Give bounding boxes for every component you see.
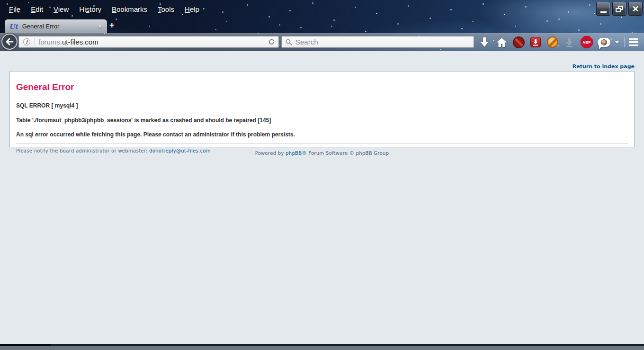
blocked-icon	[513, 36, 525, 48]
starfield-decor	[0, 0, 0, 0]
menu-file[interactable]: File	[4, 3, 26, 15]
menu-bookmarks[interactable]: Bookmarks	[107, 3, 152, 15]
chevron-down-icon	[615, 41, 619, 44]
toolbar-separator	[624, 37, 625, 47]
menu-tools[interactable]: Tools	[152, 3, 179, 15]
tab-close-icon[interactable]: ×	[97, 23, 103, 30]
close-button[interactable]: ✕	[628, 2, 643, 16]
search-input[interactable]: Search	[281, 36, 474, 48]
back-button[interactable]	[1, 34, 18, 50]
proxy-extension-button[interactable]	[544, 33, 561, 51]
menu-button[interactable]	[625, 33, 642, 51]
hamburger-icon	[629, 38, 638, 46]
restore-icon	[616, 6, 623, 12]
reload-icon[interactable]	[268, 38, 275, 45]
red-download-icon	[530, 37, 541, 47]
page-title: General Error	[16, 82, 628, 92]
browser-tab[interactable]: Ut General Error ×	[5, 19, 107, 33]
adblock-plus-button[interactable]: ABP	[578, 33, 595, 51]
tab-title: General Error	[22, 23, 98, 30]
page-content: Return to index page General Error SQL E…	[0, 51, 644, 344]
back-arrow-icon	[5, 37, 14, 46]
download-manager-button[interactable]	[561, 33, 578, 51]
error-panel: General Error SQL ERROR [ mysql4 ] Table…	[9, 71, 635, 147]
sql-error-line: SQL ERROR [ mysql4 ]	[16, 102, 628, 109]
minimize-icon	[600, 11, 607, 13]
search-placeholder: Search	[295, 38, 318, 46]
browser-chrome: FileEditViewHistoryBookmarksToolsHelp ✕ …	[0, 0, 644, 51]
extension-dropdown-button[interactable]	[610, 33, 624, 51]
footer-prefix: Powered by	[255, 151, 286, 156]
bottom-bar	[0, 346, 644, 350]
abp-icon: ABP	[581, 36, 593, 48]
restore-button[interactable]	[612, 2, 626, 16]
url-text[interactable]: forums.ut-files.com	[38, 38, 98, 46]
home-button[interactable]	[493, 33, 510, 51]
tab-favicon-icon: Ut	[9, 23, 18, 30]
menu-help[interactable]: Help	[179, 3, 205, 15]
divider	[16, 144, 628, 144]
gray-download-icon	[565, 38, 573, 47]
phpbb-link[interactable]: phpBB	[286, 151, 302, 156]
menu-edit[interactable]: Edit	[26, 3, 48, 15]
downloads-button[interactable]	[476, 33, 493, 51]
new-tab-button[interactable]: +	[109, 21, 115, 29]
home-icon	[496, 37, 507, 47]
content-blocker-button[interactable]	[510, 33, 527, 51]
error-message-line: An sql error occurred while fetching thi…	[16, 131, 628, 138]
window-controls: ✕	[596, 2, 643, 16]
footer-suffix: ® Forum Software © phpBB Group	[302, 151, 389, 156]
orange-ball-icon	[547, 36, 558, 48]
site-info-icon[interactable]: i	[23, 38, 30, 45]
menu-bar: FileEditViewHistoryBookmarksToolsHelp	[4, 1, 205, 17]
menu-view[interactable]: View	[48, 3, 74, 15]
avatar	[601, 39, 607, 45]
page-footer: Powered by phpBB® Forum Software © phpBB…	[0, 151, 644, 156]
error-detail-line: Table './forumsut_phpbb3/phpbb_sessions'…	[16, 117, 628, 124]
return-to-index-link[interactable]: Return to index page	[572, 63, 635, 70]
video-download-helper-button[interactable]	[527, 33, 544, 51]
download-arrow-icon	[480, 37, 489, 47]
close-icon: ✕	[632, 5, 639, 13]
menu-history[interactable]: History	[74, 3, 107, 15]
url-separator	[34, 38, 35, 46]
search-icon	[286, 39, 292, 45]
url-bar[interactable]: i forums.ut-files.com	[18, 36, 279, 48]
chat-bubble-icon	[598, 38, 610, 47]
reload-separator	[264, 38, 264, 46]
minimize-button[interactable]	[596, 2, 610, 16]
